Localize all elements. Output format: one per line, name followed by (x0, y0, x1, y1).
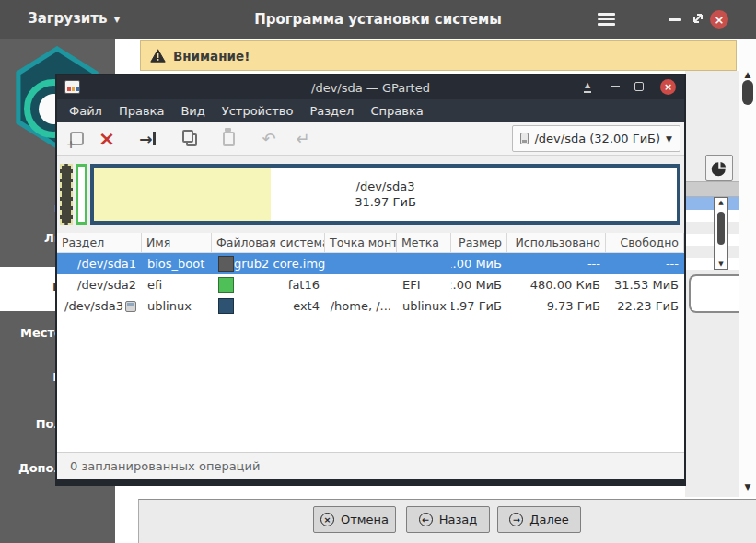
back-button[interactable]: ← Назад (406, 506, 490, 533)
table-row-sda3[interactable]: /dev/sda3 ublinux ext4 /home, /... ublin… (57, 295, 684, 317)
visual-partition-size: 31.97 ГиБ (355, 194, 416, 210)
partition-list-row[interactable] (685, 258, 739, 270)
col-used[interactable]: Использовано (507, 233, 606, 252)
gparted-minimize-button[interactable] (611, 86, 620, 87)
sidebar-step-2-line2[interactable]: с (0, 245, 63, 259)
gparted-menubar: Файл Правка Вид Устройство Раздел Справк… (57, 99, 684, 122)
cell-name: bios_boot (142, 253, 212, 274)
cell-mountpoint (325, 253, 397, 274)
new-partition-button[interactable]: + (66, 129, 87, 149)
cell-size: 31.97 ГиБ (451, 295, 507, 317)
sidebar-step-location[interactable]: Место (0, 326, 63, 340)
installer-title: Программа установки системы (0, 11, 756, 28)
menu-device[interactable]: Устройство (214, 104, 302, 118)
copy-button[interactable] (180, 129, 200, 149)
info-panel (689, 274, 739, 313)
cell-free: 22.23 ГиБ (606, 295, 684, 317)
cell-free: 31.53 МиБ (606, 274, 684, 295)
sidebar-step-2-line1[interactable]: Ли (0, 231, 63, 245)
apply-button[interactable]: ↵ (293, 129, 313, 149)
scrollbar-thumb[interactable] (742, 80, 753, 105)
next-button[interactable]: → Далее (497, 506, 581, 533)
col-label[interactable]: Метка (397, 233, 451, 252)
cancel-button[interactable]: × Отмена (313, 506, 396, 533)
cell-partition: /dev/sda1 (57, 253, 142, 274)
partition-list-row[interactable] (685, 210, 739, 222)
sidebar-step-additional[interactable]: Допол (0, 461, 63, 475)
partition-visual-bar: /dev/sda3 31.97 ГиБ (57, 156, 684, 233)
scroll-down-icon[interactable]: ▼ (739, 482, 756, 491)
gparted-close-button[interactable]: × (660, 79, 676, 95)
cell-label: EFI (397, 274, 451, 295)
table-row-sda1[interactable]: /dev/sda1 bios_boot grub2 core.img 1.00 … (57, 253, 684, 274)
cell-filesystem: grub2 core.img (234, 257, 325, 271)
cell-size: 1.00 МиБ (451, 253, 507, 274)
fs-color-swatch (218, 256, 234, 272)
cell-size: 32.00 МиБ (451, 274, 507, 295)
scroll-down-icon[interactable]: ▼ (715, 260, 727, 268)
warning-icon (150, 49, 166, 63)
col-partition[interactable]: Раздел (57, 233, 142, 252)
visual-partition-sda3[interactable]: /dev/sda3 31.97 ГиБ (90, 164, 680, 225)
partition-list-header (685, 181, 739, 197)
partition-list-scrollbar[interactable]: ▲ ▼ (714, 197, 728, 270)
fs-color-swatch (218, 298, 234, 314)
cell-mountpoint (325, 274, 397, 295)
scroll-up-icon[interactable]: ▲ (739, 70, 756, 79)
device-selector[interactable]: /dev/sda (32.00 ГиБ) ▼ (512, 125, 680, 152)
table-row-sda2[interactable]: /dev/sda2 efi fat16 EFI 32.00 МиБ 480.00… (57, 274, 684, 295)
visual-partition-label: /dev/sda3 31.97 ГиБ (94, 168, 677, 221)
menu-help[interactable]: Справка (362, 104, 431, 118)
visual-partition-sda2[interactable] (76, 164, 87, 225)
partition-list-row[interactable] (685, 234, 739, 246)
cell-mountpoint: /home, /... (325, 295, 397, 317)
col-free[interactable]: Свободно (606, 233, 684, 252)
menu-edit[interactable]: Правка (110, 104, 172, 118)
expand-icon[interactable] (691, 11, 705, 26)
mounted-icon (125, 301, 136, 312)
paste-button[interactable] (218, 129, 238, 149)
gparted-titlebar[interactable]: /dev/sda — GParted ▲ × (57, 75, 684, 99)
partition-list-selected-row[interactable] (685, 197, 739, 210)
cell-used: 9.73 ГиБ (507, 295, 606, 317)
cell-used: --- (507, 253, 606, 274)
gparted-app-icon (64, 80, 80, 94)
drive-icon (520, 133, 529, 144)
sidebar-step-1[interactable]: п (0, 201, 63, 214)
fs-color-swatch (218, 277, 234, 293)
visual-partition-sda1[interactable] (60, 164, 73, 225)
delete-partition-button[interactable]: × (97, 129, 117, 149)
menu-view[interactable]: Вид (172, 104, 213, 118)
eject-icon[interactable]: ▲ (584, 81, 591, 93)
warning-text: Внимание! (173, 49, 250, 64)
resize-move-button[interactable]: → (137, 129, 157, 149)
sidebar-step-5[interactable]: К (0, 370, 63, 384)
sidebar-step-current[interactable]: П (0, 280, 63, 294)
partition-list-row[interactable] (685, 246, 739, 258)
page-scrollbar[interactable]: ▲ ▼ (739, 39, 756, 497)
cell-partition: /dev/sda3 (57, 295, 142, 317)
cell-name: efi (142, 274, 212, 295)
undo-button[interactable]: ↶ (259, 129, 279, 149)
sidebar-step-users[interactable]: Пол (0, 417, 63, 431)
col-name[interactable]: Имя (142, 233, 212, 252)
cell-filesystem: fat16 (288, 278, 320, 292)
menu-partition[interactable]: Раздел (301, 104, 362, 118)
screen: Загрузить ▼ Программа установки системы … (0, 0, 756, 543)
gparted-restore-button[interactable] (634, 82, 644, 91)
scroll-up-icon[interactable]: ▲ (715, 199, 727, 206)
partition-table-header: Раздел Имя Файловая система Точка монт М… (57, 233, 684, 253)
menu-file[interactable]: Файл (61, 104, 110, 118)
col-mountpoint[interactable]: Точка монт (325, 233, 397, 252)
pie-chart-button[interactable] (705, 155, 733, 181)
scrollbar-thumb[interactable] (717, 212, 725, 245)
minimize-button[interactable] (669, 18, 681, 21)
hamburger-menu-icon[interactable] (598, 13, 615, 26)
cell-label (397, 253, 451, 274)
cell-free: --- (606, 253, 684, 274)
close-button[interactable]: × (710, 10, 728, 29)
next-label: Далее (529, 513, 568, 526)
partition-list-row[interactable] (685, 222, 739, 234)
col-filesystem[interactable]: Файловая система (212, 233, 325, 252)
col-size[interactable]: Размер (451, 233, 507, 252)
